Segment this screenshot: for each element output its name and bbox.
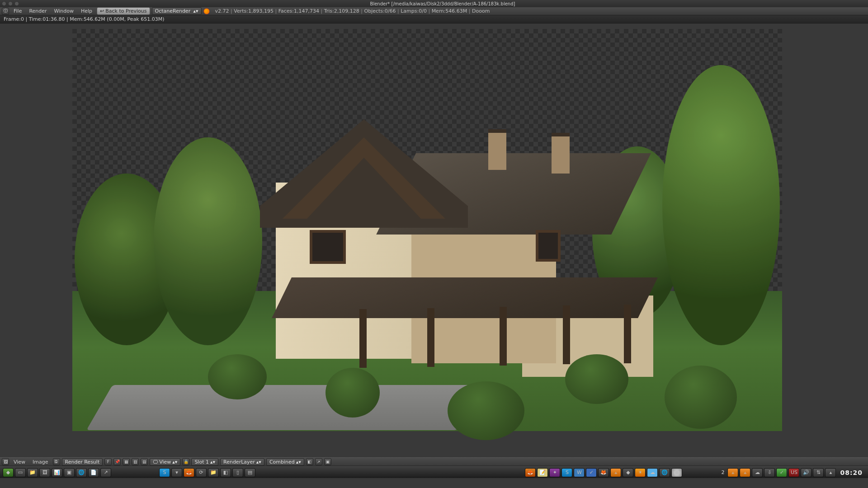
start-menu-button[interactable]: ◆ (3, 468, 14, 477)
launcher-blue-icon[interactable]: ↗ (100, 468, 111, 477)
menu-image[interactable]: Image (30, 459, 51, 465)
chevrons-icon: ▴▾ (193, 8, 198, 14)
close-icon[interactable] (2, 1, 6, 6)
window-titlebar: Blender* [/media/kaiwas/Disk2/3ddd/Blend… (0, 0, 868, 7)
menu-window[interactable]: Window (52, 8, 76, 14)
app-note-icon[interactable]: 📝 (537, 468, 548, 477)
stats-text: v2.72 | Verts:1,893,195 | Faces:1,147,73… (215, 8, 490, 14)
editor-type-icon[interactable]: ⓘ (2, 8, 9, 15)
back-arrow-icon: ↩ (100, 8, 104, 14)
image-editor-header: 🖼 View Image 🖻 Render Result F 📌 ▦ ▥ ▤ 🖵… (0, 457, 868, 466)
tray-volume-icon[interactable]: 🔊 (801, 468, 811, 477)
app-inkscape-icon[interactable]: ◆ (623, 468, 633, 477)
launcher-chrome-icon[interactable]: 🌐 (76, 468, 87, 477)
back-label: Back to Previous (105, 8, 146, 14)
pass-select[interactable]: Combined ▴▾ (266, 458, 304, 466)
lock-icon[interactable]: 🔒 (182, 458, 189, 465)
system-tray: ⟁ ⟁ ☁ ⇩ ✓ US 🔊 ⇅ ▴ (727, 468, 836, 477)
task-buttons: S ▾ 🦊 ⟳ 📁 ◧ ▯ ▤ (159, 468, 255, 477)
engine-label: OctaneRender (155, 8, 191, 14)
launcher-monitor-icon[interactable]: 📊 (52, 468, 62, 477)
launcher-files-icon[interactable]: 📁 (27, 468, 38, 477)
task-vlc-icon[interactable]: ▾ (171, 468, 182, 477)
app-gimp-icon[interactable]: 🦊 (598, 468, 609, 477)
tray-torrent-icon[interactable]: ⇩ (764, 468, 775, 477)
channel-alpha-icon[interactable]: ▥ (132, 458, 139, 465)
mode-view-select[interactable]: 🖵 View ▴▾ (150, 458, 180, 466)
tray-update-icon[interactable]: ✓ (776, 468, 787, 477)
task-window-icon[interactable]: ▯ (232, 468, 243, 477)
pin-icon[interactable]: 📌 (113, 458, 121, 465)
app-blender-icon[interactable]: ⟁ (610, 468, 621, 477)
workspace-indicator[interactable]: 2 (721, 469, 724, 475)
app-octane-icon[interactable]: ☀ (635, 468, 646, 477)
maximize-icon[interactable] (14, 1, 19, 6)
app-check-icon[interactable]: ✓ (586, 468, 597, 477)
task-skype-icon[interactable]: S (159, 468, 170, 477)
task-firefox-icon[interactable]: 🦊 (184, 468, 194, 477)
launcher-libreoffice-icon[interactable]: 📄 (88, 468, 99, 477)
app-purple-icon[interactable]: ✦ (549, 468, 560, 477)
uv-icon[interactable]: ▣ (324, 458, 331, 465)
running-apps: 🦊 📝 ✦ S W ✓ 🦊 ⟁ ◆ ☀ ☁ 🌐 ● (525, 468, 682, 477)
render-status-line: Frame:0 | Time:01:36.80 | Mem:546.62M (0… (0, 15, 868, 23)
menu-view[interactable]: View (11, 459, 28, 465)
render-viewport[interactable] (0, 23, 868, 457)
slot-select[interactable]: Slot 1 ▴▾ (191, 458, 218, 466)
task-transmission-icon[interactable]: ⟳ (196, 468, 207, 477)
app-writer-icon[interactable]: W (574, 468, 585, 477)
task-app-icon[interactable]: ◧ (220, 468, 231, 477)
app-firefox-icon[interactable]: 🦊 (525, 468, 536, 477)
back-to-previous-button[interactable]: ↩ Back to Previous (97, 7, 150, 15)
task-files-icon[interactable]: 📁 (208, 468, 219, 477)
app-silver-icon[interactable]: ● (671, 468, 682, 477)
tray-network-icon[interactable]: ⇅ (813, 468, 824, 477)
browse-image-icon[interactable]: 🖻 (53, 458, 60, 465)
scopes-icon[interactable]: ↗ (315, 458, 322, 465)
channel-rgb-icon[interactable]: ▦ (123, 458, 130, 465)
scene-render (72, 29, 782, 431)
render-engine-select[interactable]: OctaneRender ▴▾ (152, 7, 202, 15)
tray-blender2-icon[interactable]: ⟁ (740, 468, 750, 477)
tray-blender-icon[interactable]: ⟁ (727, 468, 738, 477)
launcher-terminal-icon[interactable]: ▣ (64, 468, 75, 477)
image-datablock-select[interactable]: Render Result (62, 458, 103, 466)
tray-cloud-upload-icon[interactable]: ☁ (752, 468, 763, 477)
window-controls (2, 1, 19, 6)
tray-keyboard-icon[interactable]: US (788, 468, 799, 477)
window-title: Blender* [/media/kaiwas/Disk2/3ddd/Blend… (19, 1, 866, 6)
tray-arrow-icon[interactable]: ▴ (825, 468, 836, 477)
layer-select[interactable]: RenderLayer ▴▾ (220, 458, 264, 466)
color-management-icon[interactable]: ◧ (306, 458, 313, 465)
desktop-taskbar: ◆ ▭ 📁 🖼 📊 ▣ 🌐 📄 ↗ S ▾ 🦊 ⟳ 📁 ◧ ▯ ▤ 🦊 📝 ✦ … (0, 466, 868, 478)
blender-logo-icon (203, 8, 210, 14)
top-menu-bar: ⓘ File Render Window Help ↩ Back to Prev… (0, 7, 868, 15)
show-desktop-button[interactable]: ▭ (15, 468, 26, 477)
editor-type-image-icon[interactable]: 🖼 (2, 458, 9, 465)
task-calc-icon[interactable]: ▤ (245, 468, 255, 477)
app-skype-icon[interactable]: S (561, 468, 572, 477)
rendered-image (72, 29, 782, 431)
menu-file[interactable]: File (11, 8, 24, 14)
fake-user-button[interactable]: F (104, 458, 112, 465)
channel-z-icon[interactable]: ▤ (141, 458, 148, 465)
taskbar-clock[interactable]: 08:20 (840, 469, 863, 476)
app-globe-icon[interactable]: 🌐 (659, 468, 670, 477)
menu-help[interactable]: Help (78, 8, 95, 14)
launcher-image-icon[interactable]: 🖼 (39, 468, 50, 477)
menu-render[interactable]: Render (26, 8, 49, 14)
minimize-icon[interactable] (8, 1, 13, 6)
app-cloud-icon[interactable]: ☁ (647, 468, 658, 477)
